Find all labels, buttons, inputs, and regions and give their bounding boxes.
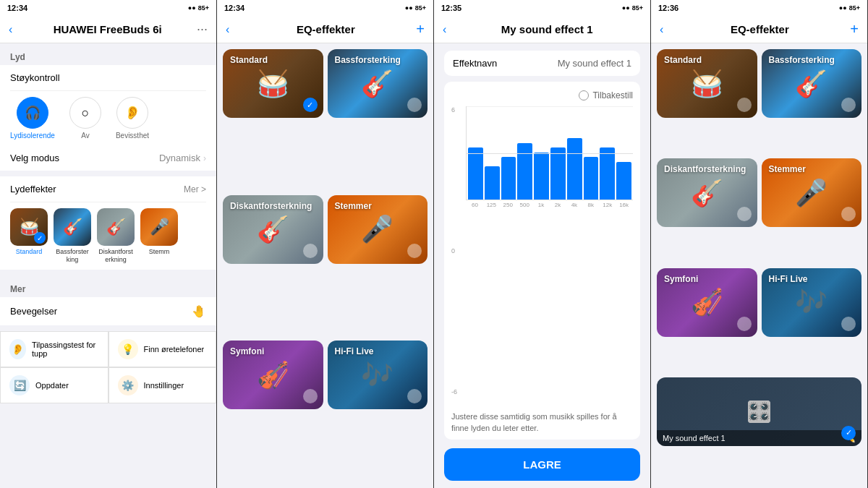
tilbakestill-label[interactable]: Tilbakestill xyxy=(592,90,633,100)
eq-card-hifi-4[interactable]: 🎶 Hi-Fi Live xyxy=(762,268,862,337)
eq-bar-125[interactable] xyxy=(485,166,500,200)
eq-card-check-custom-4: ✓ xyxy=(841,426,856,440)
signal-icon-2: ●● xyxy=(405,4,413,12)
eq-hint-text: Justere disse samtidig som musikk spille… xyxy=(451,411,633,434)
more-button-1[interactable]: ··· xyxy=(197,22,208,37)
panel-device-settings: 12:34 ●● 85+ ‹ HUAWEI FreeBuds 6i ··· Ly… xyxy=(0,0,217,488)
eq-card-hifi-2[interactable]: 🎶 Hi-Fi Live xyxy=(328,341,428,409)
eq-chart-wrapper: 6 0 -6 601252505001k2k4k8k12k16k xyxy=(451,106,633,408)
lydeffekter-more[interactable]: Mer > xyxy=(184,184,206,194)
bevegelser-row[interactable]: Bevegelser 🤚 xyxy=(10,297,206,325)
eq-card-symphony-2[interactable]: 🎻 Symfoni xyxy=(223,341,323,409)
eq-card-dot-symphony-2 xyxy=(303,389,318,403)
back-button-3[interactable]: ‹ xyxy=(443,23,446,36)
page-title-4: EQ-effekter xyxy=(669,23,850,35)
status-bar-4: 12:36 ●● 85+ xyxy=(651,0,867,16)
nc-av[interactable]: ○ Av xyxy=(69,97,101,140)
eq-card-diskant-2[interactable]: 🎸 Diskantforsterkning xyxy=(223,195,323,264)
eq-card-bass-2[interactable]: 🎸 Bassforsterking xyxy=(328,49,428,118)
back-button-4[interactable]: ‹ xyxy=(660,23,663,36)
eq-freq-12k: 12k xyxy=(600,202,615,208)
eq-card-label-diskant-4: Diskantforsterkning xyxy=(664,164,746,174)
section-lyd: Lyd xyxy=(0,43,216,65)
eq-freq-250: 250 xyxy=(501,202,516,208)
nc-label-bevissthet: Bevissthet xyxy=(116,132,149,140)
eq-bars-container: 601252505001k2k4k8k12k16k xyxy=(466,106,633,408)
eq-freq-16k: 16k xyxy=(616,202,631,208)
reset-row: Tilbakestill xyxy=(451,90,633,100)
innstillinger-label: Innstillinger xyxy=(144,381,184,390)
nav-bar-4: ‹ EQ-effekter + xyxy=(651,16,867,43)
eq-bar-500[interactable] xyxy=(517,143,532,200)
nc-lydisolerende[interactable]: 🎧 Lydisolerende xyxy=(10,97,55,140)
gridline-mid xyxy=(467,153,633,154)
settings-scroll: Lyd Støykontroll 🎧 Lydisolerende ○ Av 👂 … xyxy=(0,43,216,488)
velg-modus-arrow: › xyxy=(203,153,206,163)
panel-eq-effects: 12:34 ●● 85+ ‹ EQ-effekter + 🥁 Standard … xyxy=(217,0,434,488)
tilpassing-label: Tilpassingstest for tupp xyxy=(32,341,99,358)
eq-bar-2k[interactable] xyxy=(550,147,566,200)
eq-card-standard-2[interactable]: 🥁 Standard ✓ xyxy=(223,49,323,118)
eq-card-voice-4[interactable]: 🎤 Stemmer xyxy=(762,158,862,227)
status-icons-2: ●● 85+ xyxy=(405,4,426,12)
eq-bar-4k[interactable] xyxy=(567,138,582,200)
finn-icon: 💡 xyxy=(118,339,138,359)
back-button-1[interactable]: ‹ xyxy=(9,23,12,36)
velg-modus-row[interactable]: Velg modus Dynamisk › xyxy=(10,145,206,171)
innstillinger-item[interactable]: ⚙️ Innstillinger xyxy=(109,367,217,403)
tilpassing-item[interactable]: 👂 Tilpassingstest for tupp xyxy=(0,331,109,367)
effect-img-bass: 🎸 xyxy=(54,208,91,246)
nc-bevissthet[interactable]: 👂 Bevissthet xyxy=(116,97,149,140)
eq-card-bass-4[interactable]: 🎸 Bassforsterking xyxy=(762,49,862,118)
effect-diskant[interactable]: 🎸 Diskantforsterkning xyxy=(97,208,135,264)
eq-bar-60[interactable] xyxy=(468,147,483,200)
eq-card-dot-diskant-2 xyxy=(303,244,318,258)
stoykontroll-label: Støykontroll xyxy=(10,72,206,83)
lydeffekter-header-row: Lydeffekter Mer > xyxy=(10,176,206,202)
eq-grid-4: 🥁 Standard 🎸 Bassforsterking 🎸 Diskantfo… xyxy=(651,43,867,488)
eq-freq-125: 125 xyxy=(484,202,499,208)
eq-bar-8k[interactable] xyxy=(584,157,599,200)
more-grid: 👂 Tilpassingstest for tupp 💡 Finn øretel… xyxy=(0,331,216,403)
tilpassing-icon: 👂 xyxy=(9,339,26,359)
status-bar-3: 12:35 ●● 85+ xyxy=(434,0,650,16)
add-button-4[interactable]: + xyxy=(850,21,859,38)
oppdater-icon: 🔄 xyxy=(9,375,30,395)
eq-card-label-standard-2: Standard xyxy=(230,55,268,65)
eq-grid-2: 🥁 Standard ✓ 🎸 Bassforsterking 🎸 Diskant… xyxy=(217,43,433,488)
eq-card-symphony-4[interactable]: 🎻 Symfoni xyxy=(657,268,757,337)
eq-bar-12k[interactable] xyxy=(600,147,615,200)
save-button[interactable]: LAGRE xyxy=(444,448,640,481)
eq-bar-1k[interactable] xyxy=(534,153,549,200)
eq-editor-content: Effektnavn My sound effect 1 Tilbakestil… xyxy=(434,43,650,488)
effect-standard[interactable]: 🥁 ✓ Standard xyxy=(10,208,48,264)
eq-bar-16k[interactable] xyxy=(616,162,631,200)
eq-card-standard-4[interactable]: 🥁 Standard xyxy=(657,49,757,118)
eq-card-diskant-4[interactable]: 🎸 Diskantforsterkning xyxy=(657,158,757,227)
eq-card-label-diskant-2: Diskantforsterkning xyxy=(230,201,312,211)
finn-item[interactable]: 💡 Finn øretelefoner xyxy=(109,331,217,367)
panel-eq-effects-2: 12:36 ●● 85+ ‹ EQ-effekter + 🥁 Standard … xyxy=(651,0,868,488)
eq-card-voice-2[interactable]: 🎤 Stemmer xyxy=(328,195,428,264)
page-title-1: HUAWEI FreeBuds 6i xyxy=(18,23,197,35)
eq-bar-250[interactable] xyxy=(501,157,516,200)
eq-card-custom-overlay: My sound effect 1 ✏️ xyxy=(657,430,861,446)
stoykontroll-row: Støykontroll xyxy=(10,65,206,91)
add-button-2[interactable]: + xyxy=(416,21,425,38)
signal-icon-1: ●● xyxy=(188,4,196,12)
noise-control-options: 🎧 Lydisolerende ○ Av 👂 Bevissthet xyxy=(10,91,206,145)
back-button-2[interactable]: ‹ xyxy=(226,23,229,36)
y-label-top: 6 xyxy=(451,106,463,114)
velg-modus-label: Velg modus xyxy=(10,153,159,163)
eq-card-dot-voice-2 xyxy=(407,244,422,258)
eq-card-custom-4[interactable]: 🎛️ My sound effect 1 ✏️ ✓ xyxy=(657,377,861,446)
reset-circle-icon xyxy=(579,90,589,100)
effect-img-diskant: 🎸 xyxy=(97,208,135,246)
oppdater-item[interactable]: 🔄 Oppdater xyxy=(0,367,109,403)
effect-bass[interactable]: 🎸 Bassforsterking xyxy=(54,208,91,264)
section-mer: Mer xyxy=(0,275,216,297)
bevegelser-card: Bevegelser 🤚 xyxy=(0,297,216,325)
noise-control-card: Støykontroll 🎧 Lydisolerende ○ Av 👂 Bevi… xyxy=(0,65,216,171)
effect-stemm[interactable]: 🎤 Stemm xyxy=(140,208,178,264)
signal-icon-4: ●● xyxy=(839,4,847,12)
